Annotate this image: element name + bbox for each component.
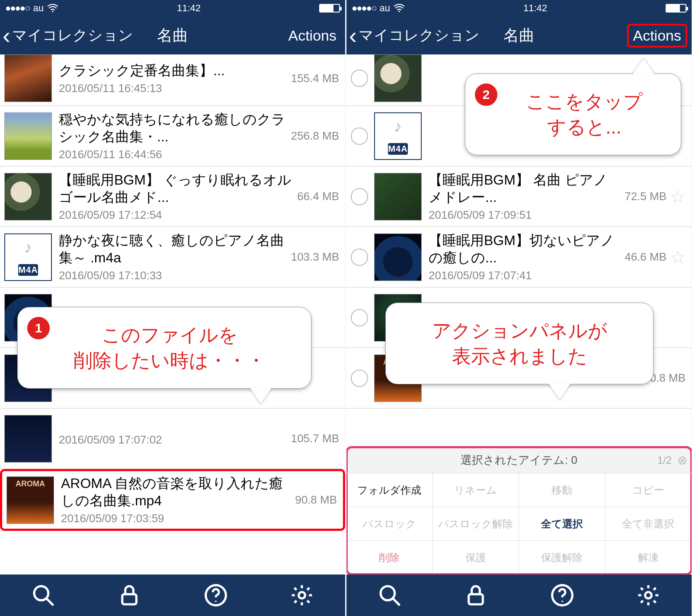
page-title: 名曲 <box>157 25 188 46</box>
page-title: 名曲 <box>503 25 535 46</box>
file-date: 2016/05/09 17:09:51 <box>429 208 619 222</box>
select-radio[interactable] <box>351 309 368 326</box>
action-panel-button[interactable]: 全て非選択 <box>606 507 692 541</box>
file-date: 2016/05/11 16:44:56 <box>59 148 286 161</box>
file-date: 2016/05/09 17:07:02 <box>59 433 286 447</box>
select-radio[interactable] <box>351 370 368 387</box>
select-radio[interactable] <box>351 249 368 266</box>
callout-tap-here: 2 ここをタップ すると... <box>465 73 681 155</box>
svg-rect-10 <box>469 594 483 604</box>
file-size: 66.4 MB <box>297 190 339 203</box>
file-row[interactable]: 穏やかな気持ちになれる癒しのクラシック名曲集・... 2016/05/11 16… <box>0 106 345 166</box>
callout-line: このファイルを <box>47 322 292 348</box>
svg-line-9 <box>393 598 400 605</box>
back-label[interactable]: マイコレクション <box>12 26 133 45</box>
carrier-label: au <box>33 3 43 14</box>
file-row[interactable]: 【睡眠用BGM】 名曲 ピアノ メドレー... 2016/05/09 17:09… <box>346 166 692 227</box>
file-title: 【睡眠用BGM】 ぐっすり眠れるオルゴール名曲メド... <box>59 171 292 206</box>
svg-point-1 <box>34 586 48 600</box>
thumbnail <box>374 54 422 102</box>
file-type-icon: ♪M4A <box>374 112 422 160</box>
file-title: 【睡眠用BGM】 名曲 ピアノ メドレー... <box>429 171 619 206</box>
nav-bar: ‹ マイコレクション 名曲 Actions <box>346 16 692 54</box>
svg-point-6 <box>299 592 305 599</box>
svg-point-8 <box>381 586 395 600</box>
file-size: 155.4 MB <box>291 72 339 85</box>
svg-point-13 <box>645 592 652 599</box>
svg-point-12 <box>561 600 563 602</box>
panel-close-icon[interactable]: ⊗ <box>677 453 687 467</box>
file-date: 2016/05/09 17:07:41 <box>429 269 619 282</box>
file-row[interactable]: 【睡眠用BGM】切ないピアノの癒しの... 2016/05/09 17:07:4… <box>346 227 692 287</box>
callout-panel-shown: アクションパネルが 表示されました <box>385 303 654 384</box>
search-icon[interactable] <box>31 583 55 607</box>
svg-point-7 <box>398 11 400 12</box>
bottom-toolbar <box>0 575 345 616</box>
carrier-label: au <box>379 3 390 14</box>
status-bar: ●●●●○ au 11:42 <box>0 0 345 16</box>
thumbnail <box>4 112 52 160</box>
file-row[interactable]: 【睡眠用BGM】 ぐっすり眠れるオルゴール名曲メド... 2016/05/09 … <box>0 166 345 227</box>
action-panel-button[interactable]: リネーム <box>433 473 519 507</box>
panel-page-label: 1/2 <box>657 454 672 466</box>
file-type-icon: ♪M4A <box>4 233 52 281</box>
action-panel-button[interactable]: 全て選択 <box>519 507 606 541</box>
clock-label: 11:42 <box>523 3 547 14</box>
file-date: 2016/05/09 17:10:33 <box>59 269 286 282</box>
signal-dots-icon: ●●●●○ <box>352 3 376 14</box>
action-panel-button[interactable]: パスロック解除 <box>433 507 519 541</box>
clock-label: 11:42 <box>177 3 201 14</box>
action-panel-button[interactable]: 削除 <box>346 541 433 575</box>
file-title: クラシック定番名曲集】... <box>59 62 286 79</box>
wifi-icon <box>47 4 58 13</box>
svg-line-2 <box>46 598 53 605</box>
back-label[interactable]: マイコレクション <box>359 26 480 45</box>
action-panel-button[interactable]: 解凍 <box>606 541 692 575</box>
file-date: 2016/05/09 17:03:59 <box>61 512 290 525</box>
callout-badge: 1 <box>27 317 50 339</box>
callout-line: 削除したい時は・・・ <box>47 348 292 373</box>
actions-button[interactable]: Actions <box>284 26 341 46</box>
lock-icon[interactable] <box>464 583 488 607</box>
action-panel-button[interactable]: パスロック <box>346 507 433 541</box>
svg-point-5 <box>215 600 217 602</box>
thumbnail <box>374 233 422 281</box>
action-panel-button[interactable]: フォルダ作成 <box>346 473 433 507</box>
favorite-star-icon[interactable]: ☆ <box>670 187 686 207</box>
favorite-star-icon[interactable]: ☆ <box>670 247 686 267</box>
wifi-icon <box>394 4 405 13</box>
file-row[interactable]: 2016/05/09 17:07:02 105.7 MB <box>0 409 345 469</box>
nav-bar: ‹ マイコレクション 名曲 Actions <box>0 16 345 54</box>
file-title: 静かな夜に聴く、癒しのピアノ名曲集～ .m4a <box>59 232 286 266</box>
action-panel-button[interactable]: コピー <box>606 473 692 507</box>
settings-icon[interactable] <box>290 583 314 607</box>
file-date: 2016/05/09 17:12:54 <box>59 208 292 222</box>
settings-icon[interactable] <box>636 583 660 607</box>
file-date: 2016/05/11 16:45:13 <box>59 82 286 95</box>
help-icon[interactable] <box>550 583 574 607</box>
action-panel-button[interactable]: 保護解除 <box>519 541 606 575</box>
svg-point-0 <box>52 11 53 12</box>
screen-right: ●●●●○ au 11:42 ‹ マイコレクション 名曲 Actions ♪M4… <box>346 0 692 616</box>
file-size: 90.8 MB <box>295 493 337 507</box>
screen-left: ●●●●○ au 11:42 ‹ マイコレクション 名曲 Actions クラシ… <box>0 0 346 616</box>
action-panel-button[interactable]: 移動 <box>519 473 606 507</box>
help-icon[interactable] <box>204 583 228 607</box>
select-radio[interactable] <box>351 188 368 205</box>
select-radio[interactable] <box>351 128 368 145</box>
select-radio[interactable] <box>351 70 368 87</box>
file-row[interactable]: ♪M4A 静かな夜に聴く、癒しのピアノ名曲集～ .m4a 2016/05/09 … <box>0 227 345 287</box>
back-chevron-icon[interactable]: ‹ <box>347 24 359 47</box>
file-row[interactable]: AROMA AROMA 自然の音楽を取り入れた癒しの名曲集.mp4 2016/0… <box>0 469 345 531</box>
back-chevron-icon[interactable]: ‹ <box>1 24 12 47</box>
file-size: 256.8 MB <box>291 129 339 143</box>
thumbnail: AROMA <box>6 476 54 524</box>
action-panel-button[interactable]: 保護 <box>433 541 519 575</box>
file-row[interactable]: クラシック定番名曲集】... 2016/05/11 16:45:13 155.4… <box>0 54 345 106</box>
search-icon[interactable] <box>378 583 402 607</box>
lock-icon[interactable] <box>117 583 141 607</box>
action-panel: 選択されたアイテム: 0 1/2 ⊗ フォルダ作成リネーム移動コピーパスロックパ… <box>346 447 692 575</box>
actions-button[interactable]: Actions <box>627 24 688 48</box>
callout-line: すると... <box>507 114 662 140</box>
callout-line: アクションパネルが <box>405 318 634 343</box>
